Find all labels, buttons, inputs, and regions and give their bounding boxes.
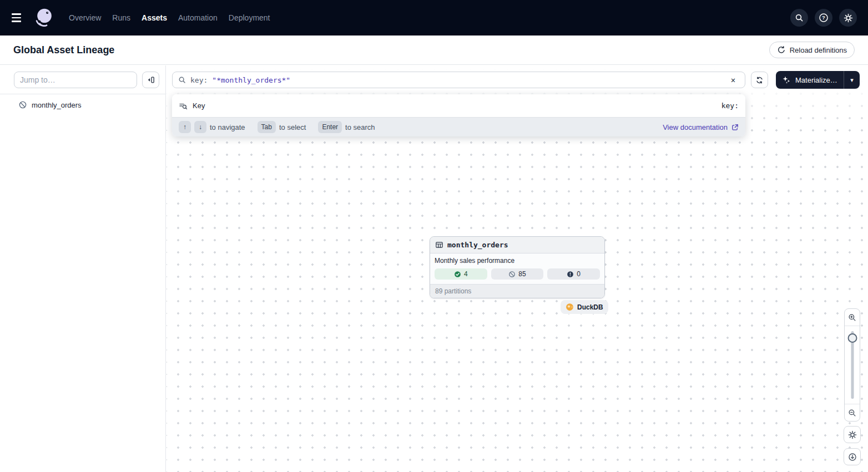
arrow-up-key: ↑ <box>179 121 191 133</box>
collapse-panel-button[interactable] <box>142 72 159 88</box>
gear-icon <box>844 13 853 23</box>
download-circle-icon <box>848 453 857 461</box>
zoom-slider-knob[interactable] <box>847 333 857 343</box>
failed-count: 0 <box>577 270 581 278</box>
list-search-icon <box>179 101 188 110</box>
duckdb-icon <box>566 303 574 311</box>
storage-kind-tag-duckdb[interactable]: DuckDB <box>561 300 608 314</box>
asset-list-sidebar: monthly_orders <box>0 65 166 472</box>
reload-definitions-label: Reload definitions <box>790 46 847 54</box>
jump-to-input[interactable] <box>14 72 137 88</box>
refresh-icon <box>755 76 764 84</box>
navbar-actions: ? <box>790 9 857 27</box>
hint-select: to select <box>279 123 306 131</box>
view-documentation-link[interactable]: View documentation <box>663 123 739 131</box>
partitions-label: 89 partitions <box>435 287 471 295</box>
search-icon <box>795 13 804 22</box>
sidebar-item-label: monthly_orders <box>32 101 82 109</box>
hint-search: to search <box>345 123 375 131</box>
hint-navigate: to navigate <box>210 123 245 131</box>
global-search-button[interactable] <box>790 9 808 27</box>
chevron-down-icon: ▾ <box>850 77 854 84</box>
suggestion-row-key[interactable]: Key key: <box>172 94 745 117</box>
nav-item-automation[interactable]: Automation <box>173 0 223 35</box>
asset-node-header[interactable]: monthly_orders <box>430 237 604 253</box>
sidebar-toolbar <box>0 65 165 94</box>
zoom-out-button[interactable] <box>845 404 860 421</box>
suggestion-syntax: key: <box>721 101 739 110</box>
slash-circle-icon <box>18 100 27 109</box>
alert-circle-icon <box>567 271 574 278</box>
enter-key: Enter <box>318 121 342 133</box>
arrow-down-key: ↓ <box>194 121 206 133</box>
external-link-icon <box>731 124 739 131</box>
materialize-label: Materialize… <box>795 76 837 84</box>
asset-node-partitions: 89 partitions <box>430 284 604 298</box>
materialize-button[interactable]: Materialize… <box>776 71 844 89</box>
lineage-canvas[interactable]: key:"*monthly_orders*" ✕ <box>166 65 868 472</box>
user-settings-button[interactable] <box>839 9 857 27</box>
refresh-graph-button[interactable] <box>751 72 768 88</box>
global-asset-lineage-page: Overview Runs Assets Automation Deployme… <box>0 0 868 472</box>
slash-circle-icon <box>508 271 516 278</box>
zoom-out-icon <box>848 409 856 417</box>
nav-item-overview[interactable]: Overview <box>63 0 107 35</box>
materialized-count-badge[interactable]: 4 <box>435 268 487 280</box>
suggestion-label: Key <box>193 101 205 110</box>
gear-icon <box>848 430 857 439</box>
help-button[interactable]: ? <box>815 9 832 27</box>
materialized-count: 4 <box>464 270 468 278</box>
graph-settings-button[interactable] <box>844 426 861 443</box>
top-navbar: Overview Runs Assets Automation Deployme… <box>0 0 868 35</box>
tab-key: Tab <box>258 121 276 133</box>
page-header: Global Asset Lineage Reload definitions <box>0 35 868 65</box>
primary-navigation: Overview Runs Assets Automation Deployme… <box>63 0 276 35</box>
hamburger-menu-icon[interactable] <box>12 10 27 26</box>
missing-count-badge[interactable]: 85 <box>491 268 544 280</box>
filter-autocomplete-dropdown: Key key: ↑ ↓ to navigate Tab to select E… <box>172 94 745 136</box>
help-icon: ? <box>819 13 829 23</box>
asset-node-title: monthly_orders <box>447 241 508 249</box>
sidebar-item-monthly-orders[interactable]: monthly_orders <box>0 94 165 115</box>
asset-node-body: Monthly sales performance 4 85 <box>430 253 604 284</box>
nav-item-assets[interactable]: Assets <box>136 0 173 35</box>
reload-definitions-button[interactable]: Reload definitions <box>769 42 855 58</box>
nav-item-runs[interactable]: Runs <box>107 0 136 35</box>
storage-tag-label: DuckDB <box>577 303 603 311</box>
asset-node-monthly-orders[interactable]: monthly_orders Monthly sales performance… <box>430 236 605 298</box>
svg-text:?: ? <box>822 14 825 21</box>
panel-collapse-icon <box>147 75 155 84</box>
zoom-slider[interactable] <box>845 326 860 404</box>
table-icon <box>435 241 443 249</box>
materialize-split-button: Materialize… ▾ <box>776 71 860 89</box>
failed-count-badge[interactable]: 0 <box>547 268 600 280</box>
filter-query-value: "*monthly_orders*" <box>212 76 290 84</box>
asset-node-badges: 4 85 0 <box>435 268 600 280</box>
dagster-logo-icon[interactable] <box>33 7 55 29</box>
filter-query-field: key: <box>190 76 208 84</box>
asset-node-description: Monthly sales performance <box>435 257 600 265</box>
materialize-dropdown-button[interactable]: ▾ <box>844 71 860 89</box>
autocomplete-footer: ↑ ↓ to navigate Tab to select Enter to s… <box>172 117 745 136</box>
view-documentation-label: View documentation <box>663 123 728 131</box>
page-title: Global Asset Lineage <box>13 44 114 56</box>
zoom-in-icon <box>848 313 856 322</box>
zoom-controls <box>844 308 860 422</box>
search-icon <box>178 76 186 84</box>
asset-filter-input[interactable]: key:"*monthly_orders*" ✕ <box>172 72 745 88</box>
sparkles-icon <box>782 75 791 84</box>
check-circle-icon <box>454 271 461 278</box>
nav-item-deployment[interactable]: Deployment <box>223 0 276 35</box>
reload-icon <box>777 45 786 54</box>
download-image-button[interactable] <box>844 448 861 465</box>
missing-count: 85 <box>518 270 526 278</box>
zoom-in-button[interactable] <box>845 309 860 326</box>
clear-filter-icon[interactable]: ✕ <box>727 76 739 84</box>
